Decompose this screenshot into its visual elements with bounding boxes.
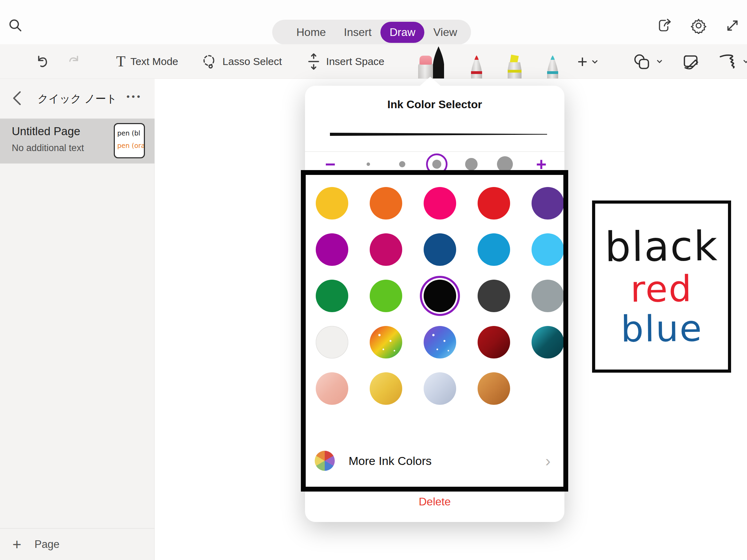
size-increase-button[interactable]: + <box>536 152 546 177</box>
yellow-highlighter[interactable] <box>506 55 524 79</box>
draw-toolbar: T Text Mode Lasso Select Insert Space <box>0 44 747 79</box>
color-grid <box>316 187 554 405</box>
ink-effects-button[interactable] <box>718 53 747 71</box>
handwritten-word-red: red <box>630 270 693 308</box>
color-swatch-gold[interactable] <box>316 187 348 220</box>
tab-view[interactable]: View <box>424 22 466 43</box>
ribbon-tabbar: Home Insert Draw View <box>272 20 471 45</box>
color-swatch-green[interactable] <box>316 280 348 312</box>
delete-pen-button[interactable]: Delete <box>305 495 564 508</box>
shapes-icon <box>632 53 652 71</box>
color-swatch-blue[interactable] <box>478 233 510 266</box>
stroke-size-dot-1[interactable] <box>367 162 370 166</box>
tab-draw[interactable]: Draw <box>380 22 424 43</box>
tab-home[interactable]: Home <box>287 22 335 43</box>
fullscreen-expand-icon[interactable] <box>724 17 741 34</box>
pen-tray <box>430 44 562 79</box>
insert-space-icon <box>306 53 321 70</box>
add-pen-button[interactable]: + <box>578 53 599 70</box>
shapes-button[interactable] <box>632 53 664 71</box>
search-icon[interactable] <box>8 18 23 33</box>
handwritten-word-black: black <box>605 225 718 269</box>
color-swatch-black[interactable] <box>424 280 456 312</box>
page-list-item-selected[interactable]: Untitled Page No additional text pen (bl… <box>0 119 155 164</box>
color-swatch-pink[interactable] <box>424 187 456 220</box>
stroke-size-row: − + <box>305 152 564 177</box>
top-header: Home Insert Draw View <box>0 0 747 44</box>
settings-gear-icon[interactable] <box>690 17 707 34</box>
plus-icon: + <box>12 536 21 553</box>
color-swatch-white[interactable] <box>316 326 348 358</box>
window-actions <box>656 17 741 34</box>
color-wheel-icon <box>315 451 335 471</box>
redo-icon <box>66 54 82 69</box>
share-icon[interactable] <box>656 17 673 34</box>
lasso-select-button[interactable]: Lasso Select <box>200 53 282 70</box>
color-swatch-magenta[interactable] <box>316 233 348 266</box>
thumbnail-ink-line-orange: pen (ora <box>117 139 142 152</box>
popup-title: Ink Color Selector <box>305 98 564 111</box>
text-mode-button[interactable]: T Text Mode <box>116 54 178 69</box>
chevron-down-icon <box>655 57 664 66</box>
size-decrease-button[interactable]: − <box>325 152 335 177</box>
color-swatch-red[interactable] <box>478 187 510 220</box>
stroke-size-dot-5[interactable] <box>497 156 513 172</box>
color-swatch-dark-pink[interactable] <box>370 233 402 266</box>
note-pen-icon <box>682 53 701 71</box>
page-thumbnail: pen (bl pen (ora <box>114 123 145 158</box>
black-pen[interactable] <box>430 47 448 79</box>
teal-pen[interactable] <box>544 55 562 79</box>
red-pen[interactable] <box>468 55 486 79</box>
color-swatch-dark-blue[interactable] <box>424 233 456 266</box>
tab-insert[interactable]: Insert <box>335 22 380 43</box>
chevron-down-icon <box>590 57 599 66</box>
thumbnail-ink-line-black: pen (bl <box>117 127 142 139</box>
sidebar-more-icon[interactable]: ••• <box>127 91 142 102</box>
popup-divider <box>315 485 555 486</box>
more-ink-colors-label: More Ink Colors <box>349 454 532 468</box>
lasso-select-icon <box>200 53 218 70</box>
chevron-down-icon <box>742 57 747 66</box>
color-swatch-teal-marble[interactable] <box>532 326 564 358</box>
color-swatch-rose-gold[interactable] <box>316 372 348 405</box>
selected-size-ring <box>426 153 448 175</box>
color-swatch-rainbow-glitter[interactable] <box>370 326 402 358</box>
stroke-size-dot-2[interactable] <box>399 161 405 167</box>
more-ink-colors-row[interactable]: More Ink Colors › <box>315 445 555 476</box>
color-swatch-dark-gray[interactable] <box>478 280 510 312</box>
scribble-icon <box>718 53 738 71</box>
color-swatch-bronze[interactable] <box>478 372 510 405</box>
ink-color-selector-popup: Ink Color Selector − + More Ink Colors ›… <box>305 86 564 522</box>
onenote-app: Home Insert Draw View <box>0 0 747 560</box>
color-swatch-red-marble[interactable] <box>478 326 510 358</box>
color-swatch-galaxy[interactable] <box>424 326 456 358</box>
insert-space-button[interactable]: Insert Space <box>306 53 384 70</box>
page-subtitle: No additional text <box>12 143 84 153</box>
stroke-preview <box>330 131 547 138</box>
add-page-button[interactable]: + Page <box>0 528 155 560</box>
color-swatch-gold-metallic[interactable] <box>370 372 402 405</box>
color-swatch-silver[interactable] <box>424 372 456 405</box>
color-swatch-light-blue[interactable] <box>532 233 564 266</box>
ink-to-text-button[interactable] <box>682 53 701 71</box>
handwritten-word-blue: blue <box>620 310 703 348</box>
sidebar-header: クイック ノート ••• <box>0 79 155 119</box>
stroke-size-dot-4[interactable] <box>465 158 478 170</box>
page-title: Untitled Page <box>12 125 80 138</box>
color-swatch-purple[interactable] <box>532 187 564 220</box>
text-mode-icon: T <box>116 54 126 69</box>
chevron-right-icon: › <box>545 453 555 469</box>
handwriting-box: black red blue <box>592 200 731 373</box>
color-swatch-gray[interactable] <box>532 280 564 312</box>
pages-sidebar: クイック ノート ••• Untitled Page No additional… <box>0 79 155 560</box>
color-swatch-light-green[interactable] <box>370 280 402 312</box>
undo-icon[interactable] <box>35 54 50 69</box>
color-swatch-orange[interactable] <box>370 187 402 220</box>
